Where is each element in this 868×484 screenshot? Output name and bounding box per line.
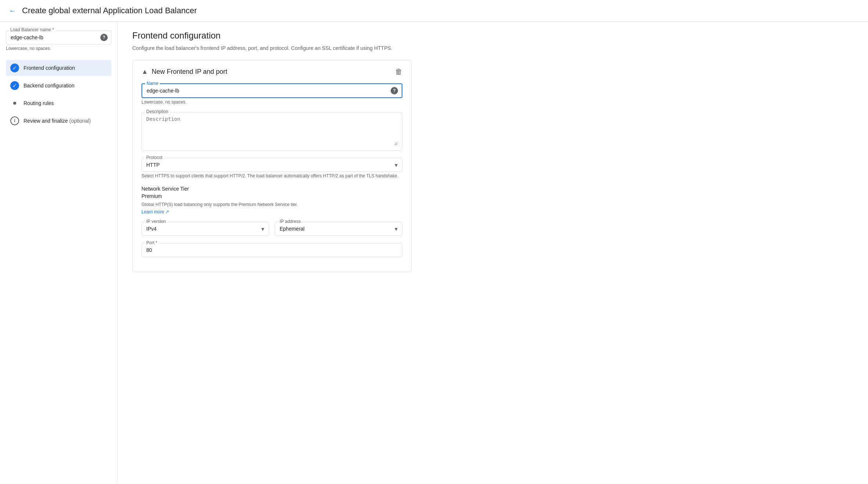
protocol-hint: Select HTTPS to support clients that sup… [141, 173, 402, 178]
network-tier-label: Network Service Tier [141, 186, 402, 192]
network-tier-value: Premium [141, 193, 402, 199]
card-title: New Frontend IP and port [152, 68, 227, 76]
lb-name-input-wrapper: Load Balancer name * ? [6, 30, 111, 44]
sidebar-item-review[interactable]: i Review and finalize (optional) [6, 113, 111, 129]
routing-dot-icon [10, 99, 19, 108]
section-title: Frontend configuration [132, 30, 853, 41]
port-field-wrapper: Port * [141, 243, 402, 257]
page-header: ← Create global external Application Loa… [0, 0, 868, 22]
lb-name-input-box[interactable]: ? [6, 30, 111, 44]
name-hint: Lowercase, no spaces. [141, 100, 402, 105]
description-textarea[interactable] [146, 116, 398, 145]
review-optional: (optional) [69, 118, 91, 124]
protocol-select[interactable]: HTTP HTTPS [146, 162, 387, 168]
name-field-wrapper: Name ? Lowercase, no spaces. [141, 83, 402, 105]
sidebar-item-frontend[interactable]: ✓ Frontend configuration [6, 60, 111, 76]
lb-name-input[interactable] [11, 35, 96, 40]
sidebar: Load Balancer name * ? Lowercase, no spa… [0, 22, 118, 483]
back-icon: ← [9, 7, 16, 15]
frontend-label: Frontend configuration [24, 65, 75, 71]
sidebar-item-routing[interactable]: Routing rules [6, 95, 111, 111]
description-textarea-wrapper: Description [141, 112, 402, 151]
ip-address-label: IP address [278, 219, 302, 224]
main-layout: Load Balancer name * ? Lowercase, no spa… [0, 22, 868, 483]
learn-more-link[interactable]: Learn more ↗ [141, 209, 169, 214]
routing-label: Routing rules [24, 100, 54, 106]
lb-name-hint: Lowercase, no spaces. [6, 46, 111, 51]
network-tier-desc: Global HTTP(S) load balancing only suppo… [141, 202, 402, 207]
content-area: Frontend configuration Configure the loa… [118, 22, 868, 483]
ip-address-select-wrapper: IP address Ephemeral ▾ [275, 222, 402, 236]
card-header-left: ▲ New Frontend IP and port [141, 68, 227, 76]
backend-label: Backend configuration [24, 83, 75, 89]
port-label: Port * [145, 240, 159, 245]
review-label: Review and finalize (optional) [24, 118, 91, 124]
name-field-label: Name [145, 81, 160, 86]
backend-check-icon: ✓ [10, 81, 19, 90]
ip-address-select[interactable]: Ephemeral [280, 226, 387, 232]
sidebar-nav: ✓ Frontend configuration ✓ Backend confi… [6, 60, 111, 129]
frontend-card: ▲ New Frontend IP and port 🗑 Name ? Lowe… [132, 60, 412, 272]
network-tier-section: Network Service Tier Premium Global HTTP… [141, 186, 402, 214]
protocol-select-wrapper: Protocol HTTP HTTPS ▾ [141, 158, 402, 172]
ip-address-chevron-icon: ▾ [395, 225, 398, 232]
port-input-wrapper: Port * [141, 243, 402, 257]
learn-more-external-icon: ↗ [165, 209, 169, 214]
protocol-field-wrapper: Protocol HTTP HTTPS ▾ Select HTTPS to su… [141, 158, 402, 178]
port-input[interactable] [146, 247, 398, 253]
description-label: Description [145, 109, 170, 114]
ip-version-field-wrapper: IP version IPv4 IPv6 ▾ [141, 222, 269, 236]
review-info-icon: i [10, 116, 19, 125]
ip-version-label: IP version [145, 219, 167, 224]
description-field-wrapper: Description [141, 112, 402, 151]
ip-version-chevron-icon: ▾ [261, 225, 264, 232]
protocol-label: Protocol [145, 155, 164, 160]
name-help-icon[interactable]: ? [391, 87, 398, 94]
frontend-check-icon: ✓ [10, 64, 19, 72]
lb-name-section: Load Balancer name * ? Lowercase, no spa… [6, 30, 111, 51]
sidebar-item-backend[interactable]: ✓ Backend configuration [6, 77, 111, 94]
delete-button[interactable]: 🗑 [395, 68, 402, 76]
ip-address-field-wrapper: IP address Ephemeral ▾ [275, 222, 402, 236]
ip-row: IP version IPv4 IPv6 ▾ IP address Epheme… [141, 222, 402, 236]
ip-version-select-wrapper: IP version IPv4 IPv6 ▾ [141, 222, 269, 236]
card-header: ▲ New Frontend IP and port 🗑 [141, 68, 402, 76]
back-button[interactable]: ← [9, 7, 16, 15]
collapse-button[interactable]: ▲ [141, 68, 148, 76]
page-title: Create global external Application Load … [22, 6, 197, 15]
name-input-wrapper: Name ? [141, 83, 402, 98]
name-input[interactable] [147, 88, 387, 94]
ip-version-select[interactable]: IPv4 IPv6 [146, 226, 254, 232]
lb-name-help-icon[interactable]: ? [100, 34, 108, 41]
protocol-chevron-icon: ▾ [395, 162, 398, 169]
learn-more-text: Learn more [141, 209, 164, 214]
lb-name-label: Load Balancer name * [9, 27, 55, 32]
section-description: Configure the load balancer's frontend I… [132, 45, 853, 51]
